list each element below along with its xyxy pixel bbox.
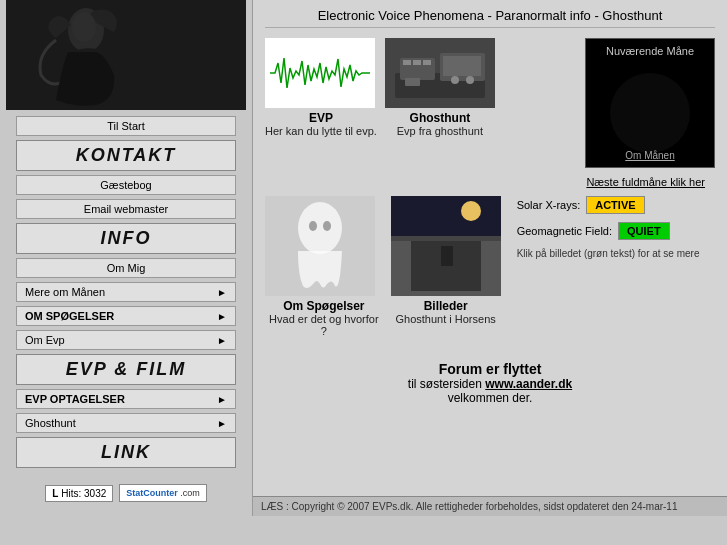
billeder-image[interactable] [391,196,501,296]
spogelser-section[interactable]: Om Spøgelser Hvad er det og hvorfor ? [265,196,383,337]
svg-rect-14 [405,78,420,86]
evp-title: EVP [265,111,377,125]
ghosthunt-image[interactable] [385,38,495,108]
forum-line2: velkommen der. [273,391,707,405]
arrow-icon: ► [217,335,227,346]
svg-point-12 [451,76,459,84]
geo-row: Geomagnetic Field: QUIET [517,222,715,240]
spogelser-title: Om Spøgelser [265,299,383,313]
arrow-icon: ► [217,418,227,429]
sidebar-image [6,0,246,110]
statcounter-label: StatCounter [126,488,178,498]
moon-label: Nuværende Måne [586,45,714,57]
hits-counter: L Hits: 3032 [45,485,113,502]
nav-gastebog[interactable]: Gæstebog [16,175,236,195]
solar-label: Solar X-rays: [517,199,581,211]
content-row-1: EVP Her kan du lytte til evp. [265,38,715,168]
arrow-icon: ► [217,394,227,405]
statcounter-badge[interactable]: StatCounter .com [119,484,207,502]
ghosthunt-section[interactable]: Ghosthunt Evp fra ghosthunt [385,38,495,168]
nav-link[interactable]: LINK [16,437,236,468]
solar-status: ACTIVE [586,196,644,214]
nav-menu: Til Start KONTAKT Gæstebog Email webmast… [0,114,252,470]
moon-display: Nuværende Måne Om Månen [585,38,715,168]
forum-link[interactable]: www.aander.dk [485,377,572,391]
spogelser-desc: Hvad er det og hvorfor ? [265,313,383,337]
footer-text: LÆS : Copyright © 2007 EVPs.dk. Alle ret… [261,501,678,512]
nav-ghosthunt[interactable]: Ghosthunt ► [16,413,236,433]
statcounter-sub: .com [180,488,200,498]
nav-til-start[interactable]: Til Start [16,116,236,136]
svg-point-2 [72,12,96,42]
hits-count: Hits: 3032 [61,488,106,499]
evp-desc: Her kan du lytte til evp. [265,125,377,137]
moon-section: Nuværende Måne Om Månen [585,38,715,168]
arrow-icon: ► [217,287,227,298]
click-info: Klik på billedet (grøn tekst) for at se … [517,248,715,259]
nav-om-mig[interactable]: Om Mig [16,258,236,278]
ghosthunt-desc: Evp fra ghosthunt [385,125,495,137]
nav-mere-om-maanen[interactable]: Mere om Månen ► [16,282,236,302]
svg-point-16 [298,202,342,254]
geo-label: Geomagnetic Field: [517,225,612,237]
evp-section[interactable]: EVP Her kan du lytte til evp. [265,38,377,168]
nav-kontakt[interactable]: KONTAKT [16,140,236,171]
nav-info[interactable]: INFO [16,223,236,254]
svg-rect-26 [391,236,501,241]
forum-section: Forum er flyttet til søstersiden www.aan… [265,353,715,413]
solar-row: Solar X-rays: ACTIVE [517,196,715,214]
evp-image[interactable] [265,38,375,108]
nav-om-evp[interactable]: Om Evp ► [16,330,236,350]
forum-line1: til søstersiden www.aander.dk [273,377,707,391]
moon-link[interactable]: Om Månen [625,150,674,161]
nav-evp-optagelser[interactable]: EVP OPTAGELSER ► [16,389,236,409]
svg-point-13 [466,76,474,84]
nav-evp-film[interactable]: EVP & FILM [16,354,236,385]
arrow-icon: ► [217,311,227,322]
next-moon-area: Næste fuldmåne klik her [265,176,715,188]
svg-rect-11 [443,56,481,76]
forum-title: Forum er flyttet [273,361,707,377]
content-row-2: Om Spøgelser Hvad er det og hvorfor ? [265,196,715,337]
svg-rect-23 [441,246,453,266]
status-panel: Solar X-rays: ACTIVE Geomagnetic Field: … [517,196,715,337]
svg-point-18 [323,221,331,231]
main-content: Electronic Voice Phenomena - Paranormalt… [253,0,727,496]
geo-status: QUIET [618,222,670,240]
billeder-section[interactable]: Billeder Ghosthunt i Horsens [391,196,501,337]
svg-rect-9 [413,60,421,65]
svg-rect-24 [391,196,501,241]
footer: LÆS : Copyright © 2007 EVPs.dk. Alle ret… [253,496,727,516]
billeder-desc: Ghosthunt i Horsens [391,313,501,325]
billeder-title: Billeder [391,299,501,313]
svg-point-17 [309,221,317,231]
svg-point-25 [461,201,481,221]
page-title: Electronic Voice Phenomena - Paranormalt… [265,8,715,28]
sidebar: Til Start KONTAKT Gæstebog Email webmast… [0,0,253,516]
nav-email-webmaster[interactable]: Email webmaster [16,199,236,219]
ghosthunt-title: Ghosthunt [385,111,495,125]
nav-om-spogelser[interactable]: OM SPØGELSER ► [16,306,236,326]
svg-rect-10 [423,60,431,65]
hits-icon-l: L [52,488,58,499]
next-moon-link[interactable]: Næste fuldmåne klik her [265,176,705,188]
sidebar-bottom: L Hits: 3032 StatCounter .com [41,480,211,506]
spogelse-image[interactable] [265,196,375,296]
svg-rect-8 [403,60,411,65]
